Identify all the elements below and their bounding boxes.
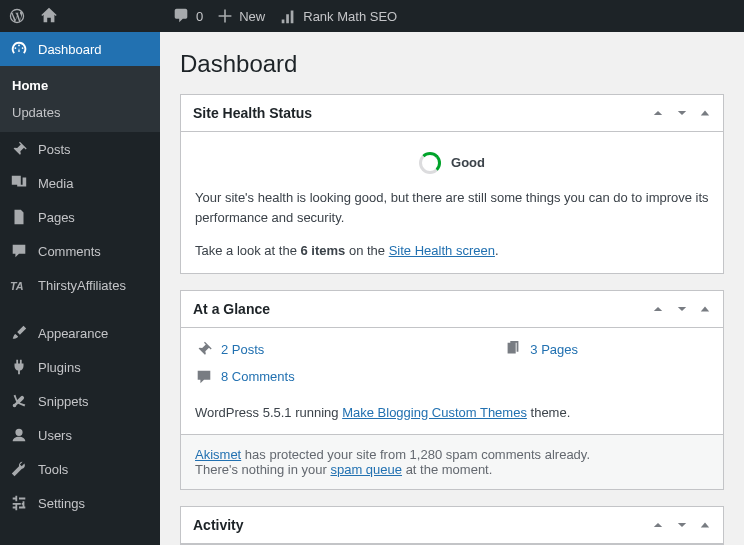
- sidebar-item-snippets[interactable]: Snippets: [0, 384, 160, 418]
- sliders-icon: [10, 494, 28, 512]
- plugin-icon: [10, 358, 28, 376]
- sidebar-label: Tools: [38, 462, 68, 477]
- sidebar-label: Users: [38, 428, 72, 443]
- new-link[interactable]: New: [217, 8, 265, 24]
- sidebar-label: Pages: [38, 210, 75, 225]
- sidebar-label: Snippets: [38, 394, 89, 409]
- glance-comments-text: 8 Comments: [221, 367, 295, 387]
- glance-pages-link[interactable]: 3 Pages: [504, 340, 578, 360]
- theme-link[interactable]: Make Blogging Custom Themes: [342, 405, 527, 420]
- sidebar-sub-updates[interactable]: Updates: [0, 99, 160, 126]
- glance-posts-text: 2 Posts: [221, 340, 264, 360]
- page-icon: [10, 208, 28, 226]
- site-health-panel: Site Health Status Good Your site's heal…: [180, 94, 724, 274]
- sidebar-label: ThirstyAffiliates: [38, 278, 126, 293]
- svg-text:TA: TA: [10, 280, 24, 292]
- health-indicator: Good: [195, 152, 709, 174]
- sidebar-item-posts[interactable]: Posts: [0, 132, 160, 166]
- brush-icon: [10, 324, 28, 342]
- wp-logo[interactable]: [8, 7, 26, 25]
- at-a-glance-panel: At a Glance 2 Posts 3 Pages 8 Comments W…: [180, 290, 724, 491]
- sidebar-item-thirsty[interactable]: TAThirstyAffiliates: [0, 268, 160, 302]
- sidebar-label: Media: [38, 176, 73, 191]
- user-icon: [10, 426, 28, 444]
- spam-queue-link[interactable]: spam queue: [330, 462, 402, 477]
- rankmath-link[interactable]: Rank Math SEO: [279, 7, 397, 25]
- health-items-count: 6 items: [301, 243, 346, 258]
- site-health-title: Site Health Status: [193, 105, 312, 121]
- new-label: New: [239, 9, 265, 24]
- sidebar-item-comments[interactable]: Comments: [0, 234, 160, 268]
- sidebar-label: Comments: [38, 244, 101, 259]
- sidebar-label: Dashboard: [38, 42, 102, 57]
- health-description: Your site's health is looking good, but …: [195, 188, 709, 227]
- sidebar-item-users[interactable]: Users: [0, 418, 160, 452]
- move-up-icon[interactable]: [651, 106, 665, 120]
- wp-version-line: WordPress 5.5.1 running Make Blogging Cu…: [195, 395, 709, 423]
- activity-title: Activity: [193, 517, 244, 533]
- pin-icon: [195, 340, 213, 358]
- sidebar-label: Settings: [38, 496, 85, 511]
- move-down-icon[interactable]: [675, 106, 689, 120]
- collapse-icon[interactable]: [699, 303, 711, 315]
- thirsty-icon: TA: [10, 276, 28, 294]
- comment-icon: [195, 368, 213, 386]
- move-down-icon[interactable]: [675, 518, 689, 532]
- pages-icon: [504, 340, 522, 358]
- site-health-screen-link[interactable]: Site Health screen: [389, 243, 495, 258]
- sidebar-item-dashboard[interactable]: Dashboard: [0, 32, 160, 66]
- home-icon[interactable]: [40, 7, 58, 25]
- rankmath-label: Rank Math SEO: [303, 9, 397, 24]
- glance-comments-link[interactable]: 8 Comments: [195, 367, 295, 387]
- comment-icon: [10, 242, 28, 260]
- sidebar-item-plugins[interactable]: Plugins: [0, 350, 160, 384]
- health-items-line: Take a look at the 6 items on the Site H…: [195, 241, 709, 261]
- sidebar-sub-home[interactable]: Home: [0, 72, 160, 99]
- comments-link[interactable]: 0: [172, 7, 203, 25]
- comments-count: 0: [196, 9, 203, 24]
- sidebar-item-media[interactable]: Media: [0, 166, 160, 200]
- sidebar-item-pages[interactable]: Pages: [0, 200, 160, 234]
- wrench-icon: [10, 460, 28, 478]
- sidebar-label: Posts: [38, 142, 71, 157]
- move-up-icon[interactable]: [651, 518, 665, 532]
- sidebar-item-appearance[interactable]: Appearance: [0, 316, 160, 350]
- health-status: Good: [451, 153, 485, 173]
- collapse-icon[interactable]: [699, 519, 711, 531]
- collapse-icon[interactable]: [699, 107, 711, 119]
- health-circle-icon: [419, 152, 441, 174]
- sidebar-label: Plugins: [38, 360, 81, 375]
- snippets-icon: [10, 392, 28, 410]
- akismet-link[interactable]: Akismet: [195, 447, 241, 462]
- akismet-box: Akismet has protected your site from 1,2…: [181, 434, 723, 489]
- activity-panel: Activity: [180, 506, 724, 545]
- glance-posts-link[interactable]: 2 Posts: [195, 340, 264, 360]
- glance-title: At a Glance: [193, 301, 270, 317]
- glance-pages-text: 3 Pages: [530, 340, 578, 360]
- sidebar-label: Appearance: [38, 326, 108, 341]
- sidebar-item-settings[interactable]: Settings: [0, 486, 160, 520]
- move-down-icon[interactable]: [675, 302, 689, 316]
- media-icon: [10, 174, 28, 192]
- page-title: Dashboard: [180, 50, 724, 78]
- move-up-icon[interactable]: [651, 302, 665, 316]
- dashboard-icon: [10, 40, 28, 58]
- sidebar-item-tools[interactable]: Tools: [0, 452, 160, 486]
- pin-icon: [10, 140, 28, 158]
